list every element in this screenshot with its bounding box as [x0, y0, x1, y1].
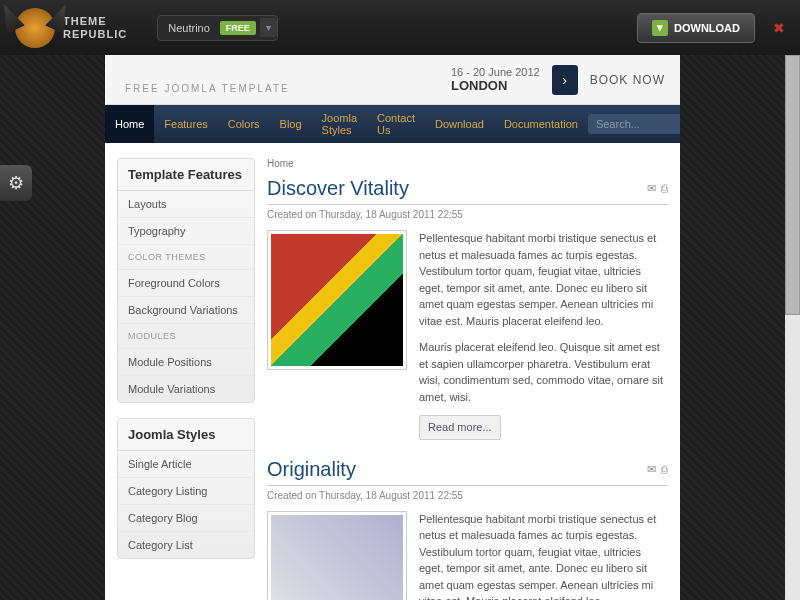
main-nav: Home Features Colors Blog Joomla Styles … [105, 105, 680, 143]
nav-contact[interactable]: Contact Us [367, 105, 425, 143]
article: Originality ✉ ⎙ Created on Thursday, 18 … [267, 458, 668, 601]
panel-title: Joomla Styles [118, 419, 254, 451]
template-subtitle: FREE JOOMLA TEMPLATE [125, 83, 290, 94]
article-image [267, 511, 407, 601]
email-icon[interactable]: ✉ [647, 182, 656, 195]
article-title: Originality ✉ ⎙ [267, 458, 668, 486]
sidebar-item-category-listing[interactable]: Category Listing [118, 478, 254, 505]
article-paragraph: Pellentesque habitant morbi tristique se… [419, 511, 668, 601]
joomla-styles-panel: Joomla Styles Single Article Category Li… [117, 418, 255, 559]
nav-blog[interactable]: Blog [270, 105, 312, 143]
promo-city: LONDON [451, 78, 540, 93]
sidebar-header-color-themes: COLOR THEMES [118, 245, 254, 270]
scrollbar-thumb[interactable] [785, 55, 800, 315]
nav-documentation[interactable]: Documentation [494, 105, 588, 143]
print-icon[interactable]: ⎙ [661, 182, 668, 195]
nav-colors[interactable]: Colors [218, 105, 270, 143]
article-meta: Created on Thursday, 18 August 2011 22:5… [267, 490, 668, 501]
promo-text: 16 - 20 June 2012 LONDON [451, 66, 540, 93]
sidebar-item-layouts[interactable]: Layouts [118, 191, 254, 218]
nav-download[interactable]: Download [425, 105, 494, 143]
read-more-button[interactable]: Read more... [419, 415, 501, 440]
sidebar: Template Features Layouts Typography COL… [117, 158, 255, 600]
dropdown-value: Neutrino [158, 22, 220, 34]
article-text: Pellentesque habitant morbi tristique se… [419, 511, 668, 601]
settings-tab[interactable]: ⚙ [0, 165, 32, 201]
logo-text: THEME REPUBLIC [63, 15, 127, 39]
download-button[interactable]: ▾ DOWNLOAD [637, 13, 755, 43]
nav-features[interactable]: Features [154, 105, 217, 143]
promo-dates: 16 - 20 June 2012 [451, 66, 540, 78]
article-image [267, 230, 407, 370]
top-toolbar: THEME REPUBLIC Neutrino FREE ▾ ▾ DOWNLOA… [0, 0, 800, 55]
sidebar-item-foreground[interactable]: Foreground Colors [118, 270, 254, 297]
download-icon: ▾ [652, 20, 668, 36]
sidebar-header-modules: MODULES [118, 324, 254, 349]
sidebar-item-category-list[interactable]: Category List [118, 532, 254, 558]
gear-icon: ⚙ [8, 172, 24, 194]
article: Discover Vitality ✉ ⎙ Created on Thursda… [267, 177, 668, 440]
article-paragraph: Pellentesque habitant morbi tristique se… [419, 230, 668, 329]
article-action-icons: ✉ ⎙ [647, 463, 668, 476]
template-features-panel: Template Features Layouts Typography COL… [117, 158, 255, 403]
article-action-icons: ✉ ⎙ [647, 182, 668, 195]
logo-icon [15, 8, 55, 48]
article-text: Pellentesque habitant morbi tristique se… [419, 230, 668, 440]
promo-banner: FREE JOOMLA TEMPLATE 16 - 20 June 2012 L… [105, 55, 680, 105]
content-area: FREE JOOMLA TEMPLATE 16 - 20 June 2012 L… [105, 55, 680, 600]
article-area: Home Discover Vitality ✉ ⎙ Created on Th… [267, 158, 668, 600]
template-dropdown[interactable]: Neutrino FREE ▾ [157, 15, 278, 41]
logo[interactable]: THEME REPUBLIC [15, 8, 127, 48]
vertical-scrollbar[interactable] [785, 55, 800, 600]
article-title: Discover Vitality ✉ ⎙ [267, 177, 668, 205]
sidebar-item-module-positions[interactable]: Module Positions [118, 349, 254, 376]
nav-home[interactable]: Home [105, 105, 154, 143]
sidebar-item-typography[interactable]: Typography [118, 218, 254, 245]
chevron-right-icon: › [562, 72, 567, 88]
sidebar-item-module-variations[interactable]: Module Variations [118, 376, 254, 402]
article-body: Pellentesque habitant morbi tristique se… [267, 230, 668, 440]
nav-joomla-styles[interactable]: Joomla Styles [312, 105, 367, 143]
chevron-down-icon: ▾ [260, 18, 277, 37]
sidebar-item-single-article[interactable]: Single Article [118, 451, 254, 478]
sidebar-item-category-blog[interactable]: Category Blog [118, 505, 254, 532]
print-icon[interactable]: ⎙ [661, 463, 668, 476]
article-paragraph: Mauris placerat eleifend leo. Quisque si… [419, 339, 668, 405]
free-badge: FREE [220, 21, 256, 35]
article-body: Pellentesque habitant morbi tristique se… [267, 511, 668, 601]
panel-title: Template Features [118, 159, 254, 191]
close-icon[interactable]: ✖ [773, 20, 785, 36]
sidebar-item-background[interactable]: Background Variations [118, 297, 254, 324]
article-title-text: Discover Vitality [267, 177, 409, 200]
article-title-text: Originality [267, 458, 356, 481]
email-icon[interactable]: ✉ [647, 463, 656, 476]
download-label: DOWNLOAD [674, 22, 740, 34]
search-input[interactable] [588, 114, 680, 134]
breadcrumb[interactable]: Home [267, 158, 668, 169]
arrow-button[interactable]: › [552, 65, 578, 95]
article-meta: Created on Thursday, 18 August 2011 22:5… [267, 209, 668, 220]
book-now-button[interactable]: BOOK NOW [590, 73, 665, 87]
main-content: Template Features Layouts Typography COL… [105, 143, 680, 600]
